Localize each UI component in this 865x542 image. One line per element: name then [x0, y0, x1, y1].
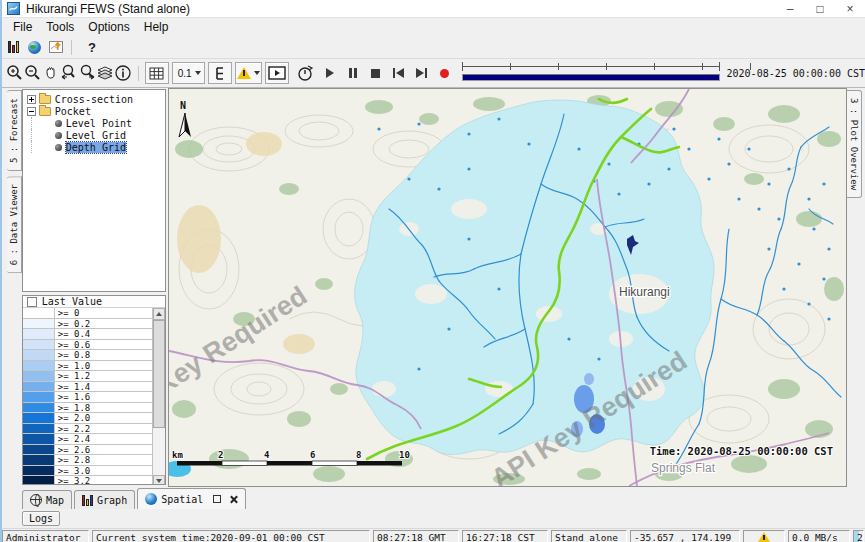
layers-icon[interactable] — [96, 62, 114, 84]
legend-row: >= 0.6 — [23, 340, 152, 351]
legend-label: >= 2.4 — [55, 434, 152, 444]
warning-dropdown-button[interactable] — [235, 62, 263, 84]
timeseries-display-icon[interactable] — [49, 41, 63, 53]
time-navigator-button[interactable] — [296, 62, 314, 84]
tab-forecast[interactable]: 5 : Forecast — [7, 90, 22, 171]
folder-icon — [39, 107, 51, 116]
legend-swatch — [23, 329, 55, 339]
tab-plot-overview[interactable]: 3 : Plot Overview — [847, 90, 862, 198]
map-view[interactable]: API Key Required API Key Required Hikura… — [168, 88, 847, 487]
menu-help[interactable]: Help — [137, 19, 176, 35]
status-memory[interactable]: 2.5 GB — [853, 530, 864, 542]
tab-map[interactable]: Map — [22, 490, 72, 509]
legend-label: >= 1.0 — [55, 361, 152, 371]
last-value-checkbox[interactable] — [27, 297, 37, 307]
zoom-out-icon[interactable] — [24, 62, 42, 84]
legend-toggle-button[interactable] — [208, 62, 232, 84]
collapse-icon[interactable] — [27, 107, 36, 116]
town-label: Hikurangi — [619, 285, 670, 299]
step-forward-button[interactable] — [413, 62, 430, 84]
legend-swatch — [23, 392, 55, 402]
legend-swatch — [23, 319, 55, 329]
expand-icon[interactable] — [27, 95, 36, 104]
maximize-panel-icon[interactable] — [213, 495, 221, 503]
zoom-next-icon[interactable] — [78, 62, 96, 84]
tab-graph[interactable]: Graph — [74, 490, 135, 509]
legend-scrollbar[interactable] — [152, 308, 165, 485]
tree-item-level-point[interactable]: Level Point — [25, 117, 165, 129]
layer-tree: Cross-section Pocket Level Point Level G… — [22, 89, 166, 292]
close-panel-icon[interactable] — [229, 495, 238, 504]
tree-item-pocket[interactable]: Pocket — [25, 105, 165, 117]
legend-row: >= 1.4 — [23, 382, 152, 393]
title-bar: Hikurangi FEWS (Stand alone) – □ × — [2, 0, 865, 18]
zoom-previous-icon[interactable] — [60, 62, 78, 84]
help-button[interactable]: ? — [88, 40, 96, 55]
grid-display-button[interactable] — [145, 62, 169, 84]
legend-swatch — [23, 466, 55, 476]
pause-button[interactable] — [345, 62, 362, 84]
menu-file[interactable]: File — [6, 19, 39, 35]
close-button[interactable]: × — [835, 0, 865, 17]
legend-swatch — [23, 445, 55, 455]
menu-tools[interactable]: Tools — [39, 19, 81, 35]
time-slider-bar[interactable] — [462, 74, 719, 81]
status-warning[interactable] — [743, 530, 785, 542]
layer-node-icon — [55, 120, 62, 127]
legend-label: >= 1.2 — [55, 371, 152, 381]
legend-swatch — [23, 424, 55, 434]
toolbar-separator — [71, 40, 72, 55]
map-canvas[interactable]: API Key Required API Key Required Hikura… — [169, 89, 846, 486]
tab-spatial[interactable]: Spatial — [137, 488, 246, 509]
legend-label: >= 3.2 — [55, 476, 152, 485]
tab-data-viewer[interactable]: 6 : Data Viewer — [7, 176, 22, 273]
tree-item-level-grid[interactable]: Level Grid — [25, 129, 165, 141]
status-mode: Stand alone — [551, 530, 627, 542]
scrollbar-thumb[interactable] — [153, 320, 165, 428]
legend-row: >= 0 — [23, 308, 152, 319]
layer-node-icon — [55, 132, 62, 139]
time-slider[interactable] — [462, 61, 719, 85]
legend-title: Last Value — [42, 296, 102, 307]
threshold-dropdown[interactable]: 0.1 — [172, 62, 205, 84]
record-button[interactable] — [436, 62, 453, 84]
main-area: 5 : Forecast 6 : Data Viewer Cross-secti… — [2, 88, 865, 487]
legend-list: >= 0 >= 0.2 >= 0.4 — [23, 308, 152, 485]
legend-label: >= 0.6 — [55, 340, 152, 350]
warning-icon — [237, 67, 251, 79]
legend-panel: Last Value >= 0 >= 0.2 — [22, 295, 166, 485]
scroll-up-icon[interactable] — [153, 308, 165, 320]
spatial-display-icon[interactable] — [28, 41, 41, 54]
database-icon[interactable] — [8, 41, 20, 53]
tree-item-depth-grid[interactable]: Depth Grid — [25, 141, 165, 153]
tree-item-cross-section[interactable]: Cross-section — [25, 93, 165, 105]
stop-button[interactable] — [367, 62, 384, 84]
step-back-button[interactable] — [390, 62, 407, 84]
globe-icon — [145, 493, 157, 505]
app-logo-icon — [7, 2, 20, 15]
tree-indent — [31, 117, 55, 129]
legend-label: >= 0.8 — [55, 350, 152, 360]
scroll-down-icon[interactable] — [153, 475, 165, 485]
logs-button[interactable]: Logs — [22, 511, 60, 526]
legend-swatch — [23, 403, 55, 413]
maximize-button[interactable]: □ — [805, 0, 835, 17]
info-icon[interactable] — [114, 62, 132, 84]
legend-row: >= 0.4 — [23, 329, 152, 340]
legend-swatch — [23, 340, 55, 350]
menu-options[interactable]: Options — [81, 19, 136, 35]
status-download-rate: 0.0 MB/s — [788, 530, 850, 542]
zoom-in-icon[interactable] — [6, 62, 24, 84]
legend-row: >= 1.0 — [23, 361, 152, 372]
legend-label: >= 1.8 — [55, 403, 152, 413]
minimize-button[interactable]: – — [775, 0, 805, 17]
pan-icon[interactable] — [42, 62, 60, 84]
status-gmt-time: 08:27:18 GMT — [373, 530, 459, 542]
left-tab-strip: 5 : Forecast 6 : Data Viewer — [2, 88, 22, 487]
svg-text:2: 2 — [218, 450, 223, 460]
warning-icon — [758, 532, 770, 542]
play-button[interactable] — [322, 62, 339, 84]
legend-label: >= 2.2 — [55, 424, 152, 434]
movie-player-button[interactable] — [265, 62, 289, 84]
legend-label: >= 0.2 — [55, 319, 152, 329]
